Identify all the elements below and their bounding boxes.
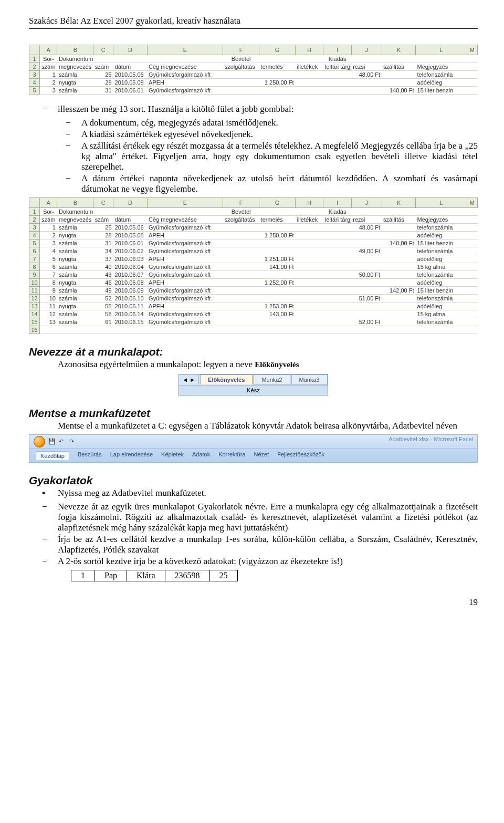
page-number: 19 bbox=[29, 597, 478, 608]
ribbon-tab[interactable]: Adatok bbox=[192, 451, 210, 460]
section-rename-heading: Nevezze át a munkalapot: bbox=[29, 346, 478, 358]
ribbon-tab[interactable]: Lap elrendezése bbox=[110, 451, 153, 460]
list-item: Írja be az A1-es cellától kezdve a munka… bbox=[58, 534, 478, 555]
list-item: illesszen be még 13 sort. Használja a ki… bbox=[58, 104, 478, 114]
sheet-tab-active[interactable]: Előkönyvelés bbox=[200, 374, 253, 384]
header-rule bbox=[29, 28, 478, 29]
save-paragraph: Mentse el a munkafüzetet a C: egységen a… bbox=[29, 421, 478, 431]
screenshot-excel-1: ABCDEFGHIJKLM1Sor-DokumentumBevételKiadá… bbox=[29, 45, 478, 95]
ribbon-tab[interactable]: Beszúrás bbox=[78, 451, 102, 460]
list-item: A dátum értékei naponta növekedjenek az … bbox=[81, 173, 478, 194]
redo-icon[interactable]: ↷ bbox=[69, 438, 77, 445]
sheet-tab[interactable]: Munka2 bbox=[254, 374, 290, 385]
statusbar-text: Kész bbox=[179, 385, 327, 395]
list-item: Nyissa meg az Adatbevitel munkafüzetet. bbox=[58, 488, 478, 498]
office-button-icon[interactable] bbox=[34, 436, 45, 447]
list-item: A szállítási értékek egy részét mozgassa… bbox=[81, 141, 478, 172]
ribbon-tab[interactable]: Fejlesztőeszközök bbox=[277, 451, 324, 460]
gyakorlatok-list-square: Nyissa meg az Adatbevitel munkafüzetet. bbox=[29, 488, 478, 498]
rename-paragraph: Azonosítsa egyértelműen a munkalapot: le… bbox=[29, 359, 478, 370]
ribbon-tab[interactable]: Képletek bbox=[161, 451, 184, 460]
list-item: A kiadási számértékek egyesével növekedj… bbox=[81, 129, 478, 140]
undo-icon[interactable]: ↶ bbox=[59, 438, 66, 445]
ribbon-tab[interactable]: Kezdőlap bbox=[36, 451, 69, 460]
screenshot-tabs: ◄ ►ElőkönyvelésMunka2Munka3 Kész bbox=[29, 374, 478, 395]
screenshot-ribbon: 💾 ↶ ↷ Adatbevitel.xlsx - Microsoft Excel… bbox=[29, 434, 478, 463]
section-gyakorlatok-heading: Gyakorlatok bbox=[29, 474, 478, 487]
instruction-sublist-1: A dokumentum, cég, megjegyzés adatai ism… bbox=[29, 118, 478, 194]
sheet-nav-buttons[interactable]: ◄ ► bbox=[179, 375, 199, 384]
save-icon[interactable]: 💾 bbox=[48, 438, 56, 445]
ribbon-tab[interactable]: Nézet bbox=[254, 451, 269, 460]
window-title: Adatbevitel.xlsx - Microsoft Excel bbox=[388, 436, 473, 447]
screenshot-excel-2: ABCDEFGHIJKLM1Sor-DokumentumBevételKiadá… bbox=[29, 197, 478, 334]
inline-data-table: 1 Pap Klára 236598 25 bbox=[71, 570, 238, 581]
page-header: Szakács Béla: Az Excel 2007 gyakorlati, … bbox=[29, 16, 478, 26]
list-item: A dokumentum, cég, megjegyzés adatai ism… bbox=[81, 118, 478, 128]
list-item: Nevezze át az egyik üres munkalapot Gyak… bbox=[58, 502, 478, 533]
instruction-list-1: illesszen be még 13 sort. Használja a ki… bbox=[29, 104, 478, 114]
list-item: A 2-ős sortól kezdve írja be a következő… bbox=[58, 556, 478, 567]
section-save-heading: Mentse a munkafüzetet bbox=[29, 407, 478, 420]
sheet-tab[interactable]: Munka3 bbox=[291, 374, 328, 385]
gyakorlatok-list-dash: Nevezze át az egyik üres munkalapot Gyak… bbox=[29, 502, 478, 567]
ribbon-tab[interactable]: Korrektúra bbox=[218, 451, 245, 460]
